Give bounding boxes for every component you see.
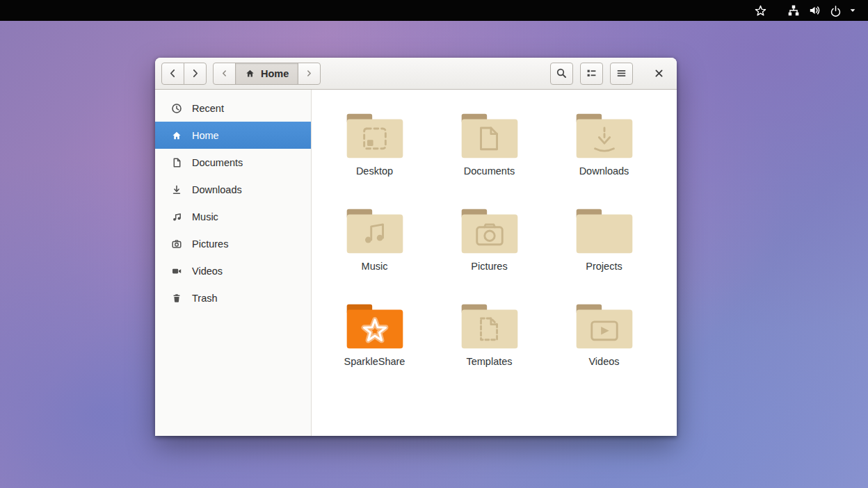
- folder-grid: Desktop Documents: [317, 105, 677, 391]
- folder-icon: [341, 206, 408, 258]
- chevron-left-icon: [167, 67, 179, 79]
- folder-item-desktop[interactable]: Desktop: [317, 105, 432, 200]
- folder-icon: [341, 111, 408, 163]
- arrow-right-small-icon: [305, 69, 314, 78]
- volume-icon[interactable]: [804, 0, 825, 21]
- folder-label: Videos: [588, 356, 619, 367]
- path-next-button[interactable]: [298, 63, 321, 85]
- folder-icon: [456, 206, 523, 258]
- folder-item-sparkleshare[interactable]: SparkleShare: [317, 295, 432, 391]
- file-manager-window: Home Recent Ho: [155, 58, 677, 436]
- nav-button-group: [161, 63, 207, 85]
- list-view-icon: [586, 67, 597, 79]
- path-bar: Home: [213, 63, 321, 85]
- folder-item-pictures[interactable]: Pictures: [432, 200, 547, 295]
- folder-item-documents[interactable]: Documents: [432, 105, 547, 200]
- view-button[interactable]: [580, 63, 603, 85]
- search-icon: [556, 67, 568, 79]
- document-icon: [171, 157, 182, 168]
- sidebar-item-videos[interactable]: Videos: [155, 257, 311, 284]
- sidebar-item-label: Trash: [192, 293, 218, 304]
- folder-item-templates[interactable]: Templates: [432, 295, 547, 391]
- close-icon: [653, 67, 665, 79]
- sidebar: Recent Home Documents Downloads Music Pi…: [155, 90, 312, 436]
- folder-icon: [456, 301, 523, 353]
- arrow-left-small-icon: [220, 69, 229, 78]
- folder-label: Music: [362, 261, 388, 272]
- sidebar-item-music[interactable]: Music: [155, 203, 311, 230]
- sidebar-item-home[interactable]: Home: [155, 122, 311, 149]
- sidebar-item-label: Pictures: [192, 238, 228, 250]
- top-bar: [0, 0, 868, 21]
- home-icon: [245, 68, 255, 79]
- sidebar-item-pictures[interactable]: Pictures: [155, 230, 311, 257]
- hamburger-icon: [616, 67, 627, 79]
- sidebar-item-label: Recent: [192, 103, 224, 114]
- folder-icon: [571, 206, 638, 258]
- sidebar-item-documents[interactable]: Documents: [155, 149, 311, 176]
- sidebar-item-recent[interactable]: Recent: [155, 95, 311, 122]
- folder-icon: [571, 111, 638, 163]
- desktop-background: { "topbar": { "icons": [ { "name": "favo…: [0, 0, 868, 488]
- path-home-button[interactable]: Home: [235, 63, 298, 85]
- folder-icon: [456, 111, 523, 163]
- forward-button[interactable]: [184, 63, 207, 85]
- power-icon[interactable]: [825, 0, 846, 21]
- chevron-right-icon: [189, 67, 201, 79]
- camera-icon: [171, 238, 182, 250]
- content-area: Desktop Documents: [312, 90, 677, 436]
- network-icon[interactable]: [783, 0, 804, 21]
- menu-button[interactable]: [610, 63, 633, 85]
- folder-icon: [341, 301, 408, 353]
- headerbar: Home: [155, 58, 677, 90]
- home-icon: [171, 130, 182, 141]
- sidebar-item-trash[interactable]: Trash: [155, 284, 311, 311]
- sidebar-item-label: Videos: [192, 266, 223, 277]
- trash-icon: [171, 293, 182, 304]
- folder-label: Projects: [586, 261, 622, 272]
- search-button[interactable]: [550, 63, 573, 85]
- window-body: Recent Home Documents Downloads Music Pi…: [155, 90, 677, 436]
- folder-item-downloads[interactable]: Downloads: [547, 105, 661, 200]
- video-icon: [171, 266, 182, 277]
- folder-item-videos[interactable]: Videos: [547, 295, 661, 391]
- path-prev-button[interactable]: [213, 63, 236, 85]
- sidebar-item-downloads[interactable]: Downloads: [155, 176, 311, 203]
- folder-label: Downloads: [579, 165, 629, 177]
- sidebar-item-label: Documents: [192, 157, 243, 168]
- folder-label: Desktop: [356, 165, 393, 177]
- sidebar-item-label: Home: [192, 130, 219, 141]
- recent-clock-icon: [171, 103, 182, 114]
- folder-item-music[interactable]: Music: [317, 200, 432, 295]
- folder-label: SparkleShare: [344, 356, 405, 367]
- music-note-icon: [171, 211, 182, 222]
- folder-label: Templates: [466, 356, 512, 367]
- folder-label: Documents: [464, 165, 515, 177]
- sidebar-item-label: Music: [192, 211, 218, 222]
- path-home-label: Home: [261, 68, 289, 79]
- folder-icon: [571, 301, 638, 353]
- back-button[interactable]: [161, 63, 184, 85]
- sidebar-item-label: Downloads: [192, 184, 242, 195]
- chevron-down-icon[interactable]: [846, 0, 860, 21]
- folder-item-projects[interactable]: Projects: [547, 200, 661, 295]
- folder-label: Pictures: [471, 261, 507, 272]
- close-button[interactable]: [648, 63, 670, 84]
- favorites-star-icon[interactable]: [750, 0, 771, 21]
- download-icon: [171, 184, 182, 195]
